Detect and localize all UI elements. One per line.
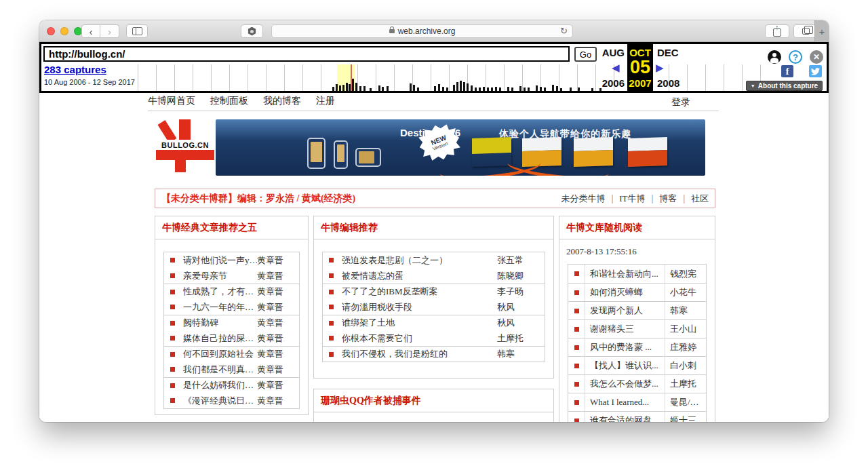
twitter-icon[interactable] bbox=[809, 65, 822, 77]
article-title[interactable]: 亲爱母亲节 bbox=[183, 270, 257, 282]
site-nav-item[interactable]: 我的博客 bbox=[263, 95, 301, 107]
article-author[interactable]: 土摩托 bbox=[665, 375, 706, 393]
extension-button[interactable] bbox=[241, 24, 263, 38]
article-title[interactable]: 【找人】谁认识... bbox=[585, 357, 665, 374]
site-nav-item[interactable]: 控制面板 bbox=[210, 95, 248, 107]
article-author[interactable]: 秋风 bbox=[497, 317, 545, 329]
category-link[interactable]: 博客 bbox=[659, 193, 677, 205]
bullet-cell bbox=[568, 412, 585, 422]
article-author[interactable]: 黄章晋 bbox=[257, 254, 299, 267]
article-author[interactable]: 黄章晋 bbox=[257, 332, 299, 345]
article-author[interactable]: 白小刺 bbox=[665, 357, 706, 374]
article-author[interactable]: 土摩托 bbox=[497, 332, 545, 345]
article-author[interactable]: 黄章晋 bbox=[257, 364, 299, 376]
article-title[interactable]: 性成熟了，才有… bbox=[183, 286, 257, 298]
category-link[interactable]: 未分类牛博 bbox=[561, 193, 606, 205]
article-author[interactable]: 曼昆/… bbox=[665, 393, 706, 411]
article-title[interactable]: What I learned... bbox=[585, 393, 665, 411]
article-title[interactable]: 我们都是不明真… bbox=[183, 364, 257, 376]
site-nav-item[interactable]: 注册 bbox=[316, 95, 335, 107]
article-title[interactable]: 风中的费洛蒙 ... bbox=[585, 338, 665, 356]
article-author[interactable]: 小花牛 bbox=[665, 284, 706, 301]
article-author[interactable]: 黄章晋 bbox=[257, 301, 299, 313]
article-title[interactable]: 你根本不需要它们 bbox=[342, 332, 497, 345]
profile-icon[interactable] bbox=[768, 50, 781, 64]
middle-column: 牛博编辑推荐 强迫发表是悲剧（二之一） 张五常 被 bbox=[313, 216, 554, 422]
bullog-logo[interactable]: BULLOG.CN bbox=[155, 119, 216, 176]
article-title[interactable]: 我怎么不会做梦... bbox=[585, 375, 665, 393]
back-icon: ‹ bbox=[90, 26, 93, 37]
category-link[interactable]: 社区 bbox=[691, 193, 709, 205]
article-title[interactable]: 阙特勤碑 bbox=[183, 317, 257, 329]
month-next[interactable]: DEC bbox=[657, 47, 679, 58]
article-title[interactable]: 发现两个新人 bbox=[585, 302, 665, 319]
article-author[interactable]: 庄雅婷 bbox=[665, 338, 706, 356]
help-icon[interactable]: ? bbox=[789, 50, 802, 64]
bullet-icon bbox=[170, 367, 175, 372]
article-title[interactable]: 《漫评经典说日… bbox=[183, 395, 257, 407]
article-row: 请对他们说一声y… 黄章晋 bbox=[164, 252, 299, 268]
share-icon: ↑ bbox=[773, 28, 781, 37]
article-title[interactable]: 我们不侵权，我们是粉红的 bbox=[342, 348, 497, 360]
reload-icon[interactable]: ↻ bbox=[560, 26, 568, 36]
next-capture-arrow[interactable]: ▶ bbox=[656, 62, 664, 74]
article-author[interactable]: 韩寒 bbox=[665, 302, 706, 319]
article-title[interactable]: 强迫发表是悲剧（二之一） bbox=[342, 254, 497, 267]
close-toolbar-icon[interactable]: ✕ bbox=[810, 50, 823, 64]
coral-topic-title[interactable]: 珊瑚虫QQ作者被捕事件 bbox=[314, 389, 553, 412]
captures-link[interactable]: 283 captures bbox=[44, 64, 106, 75]
article-author[interactable]: 钱烈宪 bbox=[665, 265, 706, 283]
forward-button[interactable]: › bbox=[100, 24, 119, 38]
article-title[interactable]: 是什么妨碍我们… bbox=[183, 379, 257, 391]
article-author[interactable]: 黄章晋 bbox=[257, 348, 299, 360]
article-title[interactable]: 不了了之的IBM反垄断案 bbox=[342, 286, 497, 298]
article-title[interactable]: 一九六一年的年… bbox=[183, 301, 257, 313]
new-tab-button[interactable]: + bbox=[814, 20, 829, 42]
prev-capture-arrow[interactable]: ◀ bbox=[612, 62, 620, 74]
article-title[interactable]: 谁绑架了土地 bbox=[342, 317, 497, 329]
article-title[interactable]: 媒体自己拉的屎… bbox=[183, 332, 257, 345]
address-bar[interactable]: web.archive.org ↻ bbox=[271, 24, 573, 38]
article-title[interactable]: 请对他们说一声y… bbox=[183, 254, 257, 267]
share-button[interactable]: ↑ bbox=[765, 24, 789, 38]
year-next[interactable]: 2008 bbox=[657, 77, 679, 89]
article-author[interactable]: 李子旸 bbox=[497, 286, 545, 298]
article-title[interactable]: 如何消灭蟑螂 bbox=[585, 284, 665, 301]
sparkline-bar bbox=[491, 88, 493, 91]
article-title[interactable]: 何不回到原始社会 bbox=[183, 348, 257, 360]
random-article-list: 和谐社会新动向... 钱烈宪 如何消灭蟑螂 小花牛 发现两个新人 bbox=[568, 264, 707, 422]
year-prev[interactable]: 2006 bbox=[583, 77, 625, 89]
article-author[interactable]: 张五常 bbox=[497, 254, 545, 267]
sidebar-button[interactable] bbox=[126, 24, 148, 38]
article-title[interactable]: 谁有合适的网盘... bbox=[585, 412, 665, 422]
wayback-url-input[interactable] bbox=[43, 46, 570, 62]
bullet-icon bbox=[329, 305, 334, 309]
article-author[interactable]: 黄章晋 bbox=[257, 270, 299, 282]
ad-banner[interactable]: DestinAtor 6 体验个人导航带给你的新乐趣 NEW Version bbox=[216, 119, 705, 176]
article-author[interactable]: 黄章晋 bbox=[257, 395, 299, 407]
article-title[interactable]: 被爱情遗忘的蛋 bbox=[342, 270, 497, 282]
sparkline-bar bbox=[552, 85, 554, 91]
back-button[interactable]: ‹ bbox=[81, 24, 100, 38]
article-author[interactable]: 黄章晋 bbox=[257, 379, 299, 391]
month-prev[interactable]: AUG bbox=[584, 47, 625, 58]
article-author[interactable]: 姬十三 bbox=[665, 412, 706, 422]
facebook-icon[interactable]: f bbox=[781, 65, 793, 77]
site-nav-item[interactable]: 牛博网首页 bbox=[148, 95, 195, 107]
article-title[interactable]: 谢谢猪头三 bbox=[585, 320, 665, 338]
article-author[interactable]: 王小山 bbox=[665, 320, 706, 338]
close-window-button[interactable] bbox=[47, 27, 55, 35]
article-title[interactable]: 请勿滥用税收手段 bbox=[342, 301, 497, 313]
login-link[interactable]: 登录 bbox=[671, 96, 690, 109]
article-author[interactable]: 韩寒 bbox=[497, 348, 545, 360]
article-author[interactable]: 黄章晋 bbox=[257, 286, 299, 298]
about-this-capture-button[interactable]: ▼ About this capture bbox=[746, 81, 823, 91]
article-title[interactable]: 和谐社会新动向... bbox=[585, 265, 665, 283]
bullet-icon bbox=[574, 271, 579, 276]
article-author[interactable]: 秋风 bbox=[497, 301, 545, 313]
minimize-window-button[interactable] bbox=[60, 27, 68, 35]
article-author[interactable]: 黄章晋 bbox=[257, 317, 299, 329]
category-link[interactable]: IT牛博 bbox=[619, 193, 645, 205]
article-author[interactable]: 陈晓卿 bbox=[497, 270, 545, 282]
sparkline-bar bbox=[467, 83, 469, 91]
